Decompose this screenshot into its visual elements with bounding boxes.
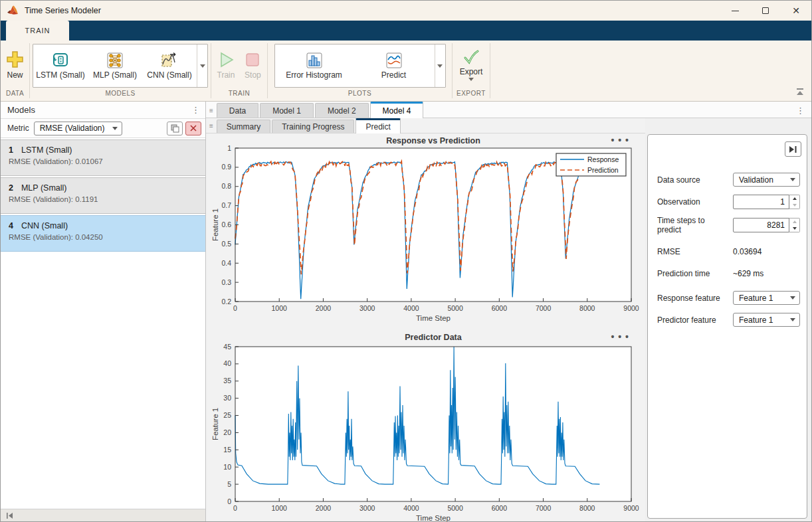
- svg-text:2000: 2000: [316, 504, 332, 512]
- svg-text:0.8: 0.8: [221, 182, 231, 190]
- export-caret-icon: [468, 78, 474, 81]
- chevron-down-icon: [112, 127, 118, 130]
- model-number: 1: [9, 145, 13, 155]
- response-chart-container: • • • 0100020003000400050006000700080009…: [210, 133, 641, 330]
- train-button[interactable]: Train: [213, 51, 240, 80]
- close-button[interactable]: ✕: [781, 1, 811, 21]
- model-card-lstm[interactable]: 1LSTM (Small) RMSE (Validation): 0.01067: [1, 139, 205, 176]
- predict-options-panel: Data source Validation Observation 1: [647, 134, 807, 519]
- tab-model-4[interactable]: Model 4: [370, 102, 424, 118]
- collapse-right-panel-button[interactable]: [785, 141, 801, 157]
- gallery-item-mlp[interactable]: MLP (Small): [88, 44, 142, 87]
- ribbon-section-export: Export EXPORT: [453, 41, 490, 101]
- chevron-down-icon: [790, 178, 795, 181]
- tabstrip-menu-button[interactable]: ⋮: [796, 106, 811, 118]
- svg-text:4000: 4000: [403, 304, 419, 312]
- svg-text:0.7: 0.7: [221, 201, 231, 209]
- models-panel-menu-button[interactable]: ⋮: [191, 106, 200, 114]
- collapse-ribbon-button[interactable]: [795, 86, 805, 98]
- model-card-cnn[interactable]: 4CNN (Small) RMSE (Validation): 0.04250: [1, 215, 205, 252]
- ribbon-tabstrip: TRAIN: [1, 21, 811, 41]
- subtab-predict[interactable]: Predict: [355, 118, 400, 133]
- metric-dropdown[interactable]: RMSE (Validation): [34, 122, 122, 135]
- svg-text:Feature 1: Feature 1: [211, 209, 219, 241]
- response-feature-label: Response feature: [657, 294, 733, 303]
- predictor-chart-options-button[interactable]: • • •: [611, 331, 629, 342]
- svg-text:5000: 5000: [447, 504, 463, 512]
- ribbon: New DATA LSTM (Small): [1, 41, 811, 102]
- collapse-left-panel-button[interactable]: [6, 510, 14, 522]
- gallery-item-lstm[interactable]: LSTM (Small): [33, 44, 88, 87]
- check-icon: [462, 49, 480, 65]
- chevron-down-icon: [437, 64, 443, 68]
- svg-text:45: 45: [223, 343, 231, 351]
- duplicate-model-button[interactable]: [167, 122, 183, 135]
- svg-text:3000: 3000: [359, 504, 375, 512]
- gallery-item-cnn[interactable]: CNN (Small): [142, 44, 197, 87]
- subtab-training-progress[interactable]: Training Progress: [272, 120, 354, 133]
- model-name: MLP (Small): [21, 183, 67, 193]
- collapse-right-icon: [789, 145, 797, 153]
- ribbon-tab-train[interactable]: TRAIN: [6, 21, 69, 41]
- tab-data[interactable]: Data: [217, 103, 258, 118]
- model-card-mlp[interactable]: 2MLP (Small) RMSE (Validation): 0.1191: [1, 177, 205, 214]
- svg-text:30: 30: [223, 394, 231, 402]
- gallery-item-predict[interactable]: Predict: [354, 44, 435, 87]
- svg-text:0.2: 0.2: [221, 298, 231, 305]
- cnn-icon: [160, 52, 179, 69]
- titlebar: Time Series Modeler ✕: [1, 1, 811, 21]
- export-button[interactable]: Export: [455, 49, 488, 81]
- model-metric: RMSE (Validation): 0.1191: [9, 195, 197, 203]
- subtab-summary[interactable]: Summary: [217, 120, 270, 133]
- stop-icon: [244, 51, 261, 68]
- svg-text:0.3: 0.3: [221, 278, 231, 286]
- spinner-up-button[interactable]: [789, 195, 799, 202]
- prediction-time-value: ~629 ms: [733, 269, 800, 278]
- data-source-dropdown[interactable]: Validation: [733, 173, 800, 187]
- svg-text:6000: 6000: [492, 304, 508, 312]
- close-icon: ✕: [792, 6, 800, 15]
- matlab-logo-icon: [7, 5, 19, 16]
- plots-gallery-dropdown-button[interactable]: [435, 44, 445, 87]
- svg-text:Response: Response: [587, 155, 619, 163]
- collapse-left-icon: [6, 512, 14, 519]
- predict-charts-panel: • • • 0100020003000400050006000700080009…: [206, 133, 645, 522]
- models-panel: Models ⋮ Metric RMSE (Validation): [1, 102, 206, 522]
- svg-text:20: 20: [223, 428, 231, 436]
- observation-spinner[interactable]: 1: [733, 195, 800, 209]
- model-subtab-strip: ≡ Summary Training Progress Predict: [206, 118, 645, 133]
- ribbon-section-models: LSTM (Small) M: [30, 41, 211, 101]
- svg-text:6000: 6000: [492, 504, 508, 512]
- maximize-button[interactable]: [750, 1, 781, 21]
- minimize-button[interactable]: [720, 1, 750, 21]
- tab-model-2[interactable]: Model 2: [315, 103, 369, 118]
- section-label-data: DATA: [1, 90, 29, 101]
- model-name: LSTM (Small): [21, 145, 72, 155]
- timesteps-spinner[interactable]: 8281: [733, 218, 800, 232]
- spinner-down-button[interactable]: [789, 202, 799, 209]
- plots-gallery: Error Histogram Predict: [274, 44, 446, 88]
- plus-icon: [6, 50, 24, 68]
- delete-model-button[interactable]: [185, 122, 201, 135]
- tab-model-1[interactable]: Model 1: [260, 103, 314, 118]
- models-gallery-dropdown-button[interactable]: [197, 44, 207, 87]
- response-chart-options-button[interactable]: • • •: [611, 135, 629, 145]
- svg-text:0.4: 0.4: [221, 259, 231, 267]
- model-number: 2: [9, 183, 13, 193]
- section-label-train: TRAIN: [211, 90, 267, 101]
- gallery-item-error-histogram[interactable]: Error Histogram: [275, 44, 354, 87]
- predictor-feature-dropdown[interactable]: Feature 1: [733, 313, 800, 327]
- svg-text:0: 0: [233, 504, 237, 512]
- svg-text:5000: 5000: [447, 304, 463, 312]
- stop-button[interactable]: Stop: [239, 51, 266, 80]
- spinner-down-button[interactable]: [789, 225, 799, 232]
- observation-label: Observation: [657, 197, 733, 207]
- svg-text:1: 1: [227, 144, 231, 152]
- response-feature-dropdown[interactable]: Feature 1: [733, 291, 800, 305]
- svg-text:Time Step: Time Step: [416, 314, 451, 322]
- new-button[interactable]: New: [1, 50, 29, 80]
- spinner-up-button[interactable]: [789, 218, 799, 225]
- chevron-down-icon: [200, 64, 205, 68]
- svg-text:0.9: 0.9: [221, 163, 231, 171]
- svg-text:Prediction: Prediction: [587, 166, 619, 174]
